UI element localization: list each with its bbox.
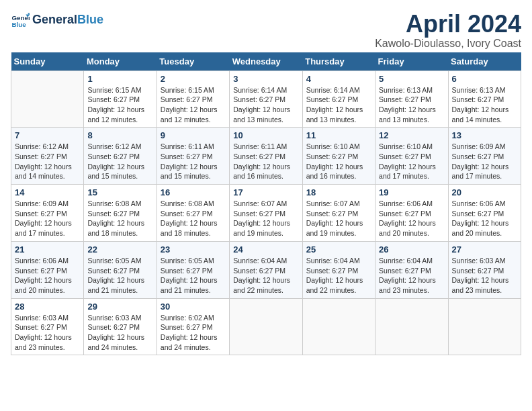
day-number: 11: [306, 130, 371, 140]
day-info: Sunrise: 6:02 AM Sunset: 6:27 PM Dayligh…: [161, 313, 226, 353]
day-info: Sunrise: 6:13 AM Sunset: 6:27 PM Dayligh…: [452, 85, 517, 125]
col-header-tuesday: Tuesday: [157, 52, 229, 71]
col-header-friday: Friday: [375, 52, 448, 71]
calendar-cell: 4Sunrise: 6:14 AM Sunset: 6:27 PM Daylig…: [302, 71, 375, 128]
calendar-cell: 12Sunrise: 6:10 AM Sunset: 6:27 PM Dayli…: [375, 128, 448, 185]
calendar-week-row: 7Sunrise: 6:12 AM Sunset: 6:27 PM Daylig…: [11, 128, 521, 185]
day-number: 30: [161, 302, 226, 312]
day-info: Sunrise: 6:09 AM Sunset: 6:27 PM Dayligh…: [452, 142, 517, 181]
day-number: 3: [233, 74, 298, 84]
day-info: Sunrise: 6:04 AM Sunset: 6:27 PM Dayligh…: [306, 256, 371, 295]
calendar-week-row: 1Sunrise: 6:15 AM Sunset: 6:27 PM Daylig…: [11, 71, 521, 128]
day-info: Sunrise: 6:15 AM Sunset: 6:27 PM Dayligh…: [87, 85, 152, 125]
calendar-cell: 6Sunrise: 6:13 AM Sunset: 6:27 PM Daylig…: [448, 71, 521, 128]
day-info: Sunrise: 6:11 AM Sunset: 6:27 PM Dayligh…: [233, 142, 298, 181]
calendar-cell: 8Sunrise: 6:12 AM Sunset: 6:27 PM Daylig…: [84, 128, 157, 185]
day-number: 19: [379, 187, 444, 197]
day-number: 12: [379, 130, 444, 140]
calendar-cell: 3Sunrise: 6:14 AM Sunset: 6:27 PM Daylig…: [230, 71, 302, 128]
day-info: Sunrise: 6:11 AM Sunset: 6:27 PM Dayligh…: [161, 142, 226, 181]
day-info: Sunrise: 6:14 AM Sunset: 6:27 PM Dayligh…: [233, 85, 298, 125]
day-number: 16: [161, 187, 226, 197]
day-info: Sunrise: 6:04 AM Sunset: 6:27 PM Dayligh…: [379, 256, 444, 295]
day-number: 9: [161, 130, 226, 140]
day-number: 29: [87, 302, 152, 312]
calendar-cell: 25Sunrise: 6:04 AM Sunset: 6:27 PM Dayli…: [302, 241, 375, 298]
calendar-cell: 2Sunrise: 6:15 AM Sunset: 6:27 PM Daylig…: [157, 71, 229, 128]
page-header: General Blue GeneralBlue April 2024 Kawo…: [11, 11, 521, 50]
col-header-thursday: Thursday: [302, 52, 375, 71]
day-number: 6: [452, 74, 517, 84]
calendar-cell: [302, 298, 375, 355]
day-number: 25: [306, 244, 371, 255]
calendar-cell: 22Sunrise: 6:05 AM Sunset: 6:27 PM Dayli…: [84, 241, 157, 298]
location-title: Kawolo-Dioulasso, Ivory Coast: [375, 38, 521, 50]
day-number: 28: [15, 302, 80, 312]
col-header-sunday: Sunday: [11, 52, 84, 71]
title-block: April 2024 Kawolo-Dioulasso, Ivory Coast: [375, 11, 521, 50]
month-title: April 2024: [375, 11, 521, 38]
calendar-cell: 5Sunrise: 6:13 AM Sunset: 6:27 PM Daylig…: [375, 71, 448, 128]
calendar-cell: 21Sunrise: 6:06 AM Sunset: 6:27 PM Dayli…: [11, 241, 84, 298]
day-info: Sunrise: 6:12 AM Sunset: 6:27 PM Dayligh…: [15, 142, 80, 181]
logo-text: GeneralBlue: [32, 13, 103, 27]
calendar-week-row: 28Sunrise: 6:03 AM Sunset: 6:27 PM Dayli…: [11, 298, 521, 355]
day-info: Sunrise: 6:05 AM Sunset: 6:27 PM Dayligh…: [161, 256, 226, 295]
col-header-saturday: Saturday: [448, 52, 521, 71]
calendar-cell: [11, 71, 84, 128]
day-info: Sunrise: 6:04 AM Sunset: 6:27 PM Dayligh…: [233, 256, 298, 295]
logo-general: General: [32, 13, 77, 26]
svg-text:Blue: Blue: [11, 21, 26, 28]
day-number: 14: [15, 187, 80, 197]
day-number: 5: [379, 74, 444, 84]
logo-blue: Blue: [77, 13, 103, 26]
calendar-cell: 15Sunrise: 6:08 AM Sunset: 6:27 PM Dayli…: [84, 185, 157, 242]
day-number: 21: [15, 244, 80, 255]
day-number: 1: [87, 74, 152, 84]
day-number: 10: [233, 130, 298, 140]
day-info: Sunrise: 6:03 AM Sunset: 6:27 PM Dayligh…: [15, 313, 80, 353]
day-info: Sunrise: 6:09 AM Sunset: 6:27 PM Dayligh…: [15, 199, 80, 238]
calendar-cell: 24Sunrise: 6:04 AM Sunset: 6:27 PM Dayli…: [230, 241, 302, 298]
calendar-cell: [230, 298, 302, 355]
calendar-cell: 26Sunrise: 6:04 AM Sunset: 6:27 PM Dayli…: [375, 241, 448, 298]
day-number: 22: [87, 244, 152, 255]
logo: General Blue GeneralBlue: [11, 11, 103, 30]
calendar-cell: 30Sunrise: 6:02 AM Sunset: 6:27 PM Dayli…: [157, 298, 229, 355]
calendar-cell: 27Sunrise: 6:03 AM Sunset: 6:27 PM Dayli…: [448, 241, 521, 298]
calendar-cell: 18Sunrise: 6:07 AM Sunset: 6:27 PM Dayli…: [302, 185, 375, 242]
logo-icon: General Blue: [11, 11, 30, 30]
col-header-monday: Monday: [84, 52, 157, 71]
day-info: Sunrise: 6:07 AM Sunset: 6:27 PM Dayligh…: [233, 199, 298, 238]
day-number: 23: [161, 244, 226, 255]
day-info: Sunrise: 6:08 AM Sunset: 6:27 PM Dayligh…: [87, 199, 152, 238]
day-info: Sunrise: 6:06 AM Sunset: 6:27 PM Dayligh…: [452, 199, 517, 238]
day-number: 26: [379, 244, 444, 255]
calendar-cell: 28Sunrise: 6:03 AM Sunset: 6:27 PM Dayli…: [11, 298, 84, 355]
calendar-cell: 23Sunrise: 6:05 AM Sunset: 6:27 PM Dayli…: [157, 241, 229, 298]
day-number: 24: [233, 244, 298, 255]
day-info: Sunrise: 6:14 AM Sunset: 6:27 PM Dayligh…: [306, 85, 371, 125]
day-number: 20: [452, 187, 517, 197]
day-info: Sunrise: 6:12 AM Sunset: 6:27 PM Dayligh…: [87, 142, 152, 181]
day-info: Sunrise: 6:06 AM Sunset: 6:27 PM Dayligh…: [379, 199, 444, 238]
calendar-cell: 14Sunrise: 6:09 AM Sunset: 6:27 PM Dayli…: [11, 185, 84, 242]
calendar-week-row: 14Sunrise: 6:09 AM Sunset: 6:27 PM Dayli…: [11, 185, 521, 242]
day-number: 4: [306, 74, 371, 84]
day-info: Sunrise: 6:08 AM Sunset: 6:27 PM Dayligh…: [161, 199, 226, 238]
calendar-cell: 1Sunrise: 6:15 AM Sunset: 6:27 PM Daylig…: [84, 71, 157, 128]
day-info: Sunrise: 6:05 AM Sunset: 6:27 PM Dayligh…: [87, 256, 152, 295]
calendar-cell: [375, 298, 448, 355]
calendar-cell: 19Sunrise: 6:06 AM Sunset: 6:27 PM Dayli…: [375, 185, 448, 242]
day-info: Sunrise: 6:13 AM Sunset: 6:27 PM Dayligh…: [379, 85, 444, 125]
day-number: 7: [15, 130, 80, 140]
calendar-cell: 16Sunrise: 6:08 AM Sunset: 6:27 PM Dayli…: [157, 185, 229, 242]
col-header-wednesday: Wednesday: [230, 52, 302, 71]
calendar-cell: 29Sunrise: 6:03 AM Sunset: 6:27 PM Dayli…: [84, 298, 157, 355]
day-info: Sunrise: 6:10 AM Sunset: 6:27 PM Dayligh…: [306, 142, 371, 181]
calendar-week-row: 21Sunrise: 6:06 AM Sunset: 6:27 PM Dayli…: [11, 241, 521, 298]
calendar-cell: 20Sunrise: 6:06 AM Sunset: 6:27 PM Dayli…: [448, 185, 521, 242]
day-info: Sunrise: 6:03 AM Sunset: 6:27 PM Dayligh…: [452, 256, 517, 295]
calendar-cell: 9Sunrise: 6:11 AM Sunset: 6:27 PM Daylig…: [157, 128, 229, 185]
calendar-cell: 10Sunrise: 6:11 AM Sunset: 6:27 PM Dayli…: [230, 128, 302, 185]
